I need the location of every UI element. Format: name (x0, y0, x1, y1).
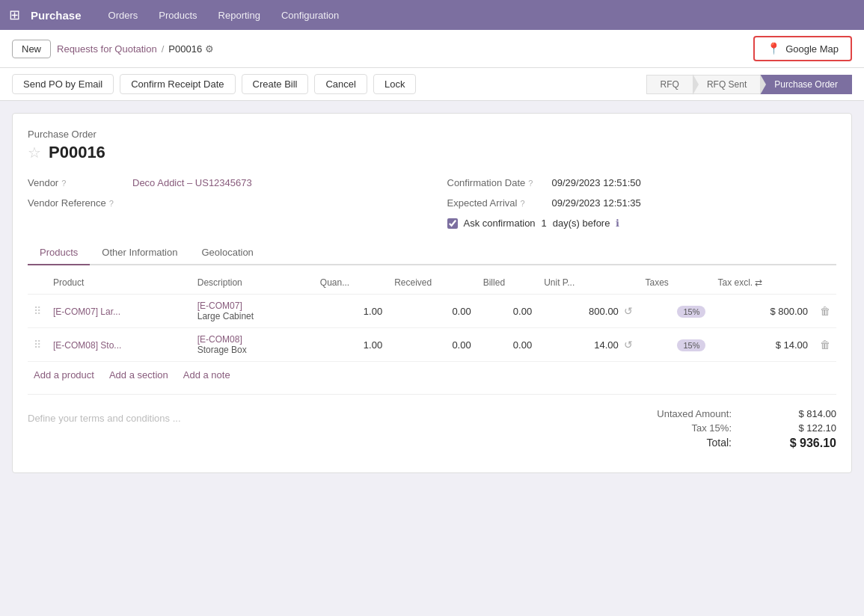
tab-products[interactable]: Products (28, 241, 90, 265)
conf-date-help-icon[interactable]: ? (528, 179, 533, 188)
add-product-link[interactable]: Add a product (34, 369, 94, 381)
po-header: ☆ P00016 (28, 143, 836, 162)
vendor-help-icon[interactable]: ? (61, 179, 66, 188)
expected-arrival-help-icon[interactable]: ? (520, 199, 524, 208)
confirmation-date-value: 09/29/2023 12:51:50 (552, 177, 641, 188)
status-rfq[interactable]: RFQ (646, 75, 693, 94)
google-map-label: Google Map (785, 43, 839, 55)
breadcrumb-parent[interactable]: Requests for Quotation (57, 43, 157, 55)
taxes-1[interactable]: 15% (639, 295, 711, 328)
desc-line2-2: Storage Box (197, 345, 308, 355)
col-drag (28, 271, 47, 295)
col-tax-excl-header[interactable]: Tax excl. ⇄ (711, 271, 814, 295)
new-button[interactable]: New (12, 40, 51, 58)
ask-confirmation-label: Ask confirmation (464, 218, 536, 229)
tax-excl-1: $ 800.00 (711, 295, 814, 328)
drag-handle[interactable]: ⠿ (34, 305, 41, 317)
totals-section: Untaxed Amount: $ 814.00 Tax 15%: $ 122.… (627, 407, 836, 452)
product-name-1[interactable]: [E-COM07] Lar... (53, 307, 120, 317)
vendor-ref-label: Vendor Reference ? (28, 197, 132, 209)
col-delete (814, 271, 836, 295)
cancel-button[interactable]: Cancel (314, 74, 367, 94)
action-buttons: Send PO by Email Confirm Receipt Date Cr… (12, 74, 416, 94)
confirmation-date-label: Confirmation Date ? (447, 177, 552, 188)
unit-price-1[interactable]: 800.00 ↺ (538, 295, 639, 328)
settings-icon[interactable]: ⚙ (205, 43, 214, 55)
terms-placeholder: Define your terms and conditions ... (28, 413, 181, 424)
desc-line2-1: Large Cabinet (197, 311, 308, 321)
drag-handle[interactable]: ⠿ (34, 339, 41, 351)
send-po-button[interactable]: Send PO by Email (12, 74, 114, 94)
breadcrumb-left: New Requests for Quotation / P00016 ⚙ (12, 40, 214, 58)
tax-label: Tax 15%: (692, 422, 732, 434)
quantity-2[interactable]: 1.00 (314, 328, 388, 362)
confirmation-date-row: Confirmation Date ? 09/29/2023 12:51:50 (447, 177, 837, 188)
google-map-button[interactable]: 📍 Google Map (753, 36, 852, 61)
nav-configuration[interactable]: Configuration (272, 4, 348, 27)
col-product-header: Product (47, 271, 192, 295)
nav-orders[interactable]: Orders (99, 4, 147, 27)
breadcrumb-bar: New Requests for Quotation / P00016 ⚙ 📍 … (0, 30, 864, 68)
untaxed-amount-row: Untaxed Amount: $ 814.00 (627, 407, 836, 421)
col-received-header: Received (388, 271, 477, 295)
ask-confirmation-checkbox[interactable] (447, 218, 458, 229)
add-section-link[interactable]: Add a section (109, 369, 168, 381)
ask-confirmation-days: 1 (542, 218, 547, 229)
untaxed-label: Untaxed Amount: (657, 408, 732, 419)
status-rfq-sent[interactable]: RFQ Sent (693, 75, 761, 94)
unit-price-2[interactable]: 14.00 ↺ (538, 328, 639, 362)
days-before-label: day(s) before (553, 218, 610, 229)
billed-1: 0.00 (477, 295, 538, 328)
nav-products[interactable]: Products (150, 4, 206, 27)
bottom-section: Define your terms and conditions ... Unt… (28, 401, 836, 458)
confirm-receipt-button[interactable]: Confirm Receipt Date (120, 74, 235, 94)
tab-geolocation[interactable]: Geolocation (189, 241, 265, 265)
taxes-2[interactable]: 15% (639, 328, 711, 362)
form-fields: Vendor ? Deco Addict – US12345673 Vendor… (28, 177, 836, 229)
col-billed-header: Billed (477, 271, 538, 295)
add-note-link[interactable]: Add a note (183, 369, 230, 381)
po-number: P00016 (49, 143, 105, 162)
favorite-icon[interactable]: ☆ (28, 144, 41, 161)
create-bill-button[interactable]: Create Bill (242, 74, 309, 94)
tax-badge-2: 15% (677, 339, 705, 351)
vendor-ref-help-icon[interactable]: ? (109, 199, 114, 208)
desc-line1-1: [E-COM07] (197, 301, 308, 311)
vendor-row: Vendor ? Deco Addict – US12345673 (28, 177, 417, 188)
tax-row: Tax 15%: $ 122.10 (627, 421, 836, 435)
total-row: Total: $ 936.10 (627, 435, 836, 452)
col-settings-icon[interactable]: ⇄ (755, 277, 762, 288)
billed-2: 0.00 (477, 328, 538, 362)
expected-arrival-value: 09/29/2023 12:51:35 (552, 197, 641, 209)
col-description-header: Description (192, 271, 314, 295)
untaxed-value: $ 814.00 (776, 408, 836, 419)
main-content: Purchase Order ☆ P00016 Vendor ? Deco Ad… (12, 113, 852, 473)
divider (28, 394, 836, 395)
quantity-1[interactable]: 1.00 (314, 295, 388, 328)
product-name-2[interactable]: [E-COM08] Sto... (53, 340, 121, 351)
add-links: Add a product Add a section Add a note (28, 362, 836, 388)
action-bar: Send PO by Email Confirm Receipt Date Cr… (0, 68, 864, 101)
breadcrumb-separator: / (162, 43, 165, 55)
apps-icon[interactable]: ⊞ (9, 7, 20, 23)
nav-reporting[interactable]: Reporting (209, 4, 269, 27)
delete-row-1[interactable]: 🗑 (820, 305, 830, 317)
total-label: Total: (707, 437, 732, 450)
reset-price-icon-2[interactable]: ↺ (624, 339, 633, 351)
lock-button[interactable]: Lock (373, 74, 416, 94)
terms-section[interactable]: Define your terms and conditions ... (28, 413, 627, 424)
delete-row-2[interactable]: 🗑 (820, 339, 830, 351)
top-nav: ⊞ Purchase Orders Products Reporting Con… (0, 0, 864, 30)
tab-other-information[interactable]: Other Information (90, 241, 189, 265)
reset-price-icon-1[interactable]: ↺ (624, 305, 633, 317)
tabs: Products Other Information Geolocation (28, 241, 836, 265)
table-row: ⠿ [E-COM07] Lar... [E-COM07] Large Cabin… (28, 295, 836, 328)
app-name[interactable]: Purchase (31, 9, 82, 22)
map-pin-icon: 📍 (767, 42, 781, 55)
ask-conf-info-icon[interactable]: ℹ (616, 218, 619, 229)
vendor-value[interactable]: Deco Addict – US12345673 (132, 177, 252, 188)
vendor-ref-row: Vendor Reference ? (28, 197, 417, 209)
desc-line1-2: [E-COM08] (197, 334, 308, 345)
expected-arrival-row: Expected Arrival ? 09/29/2023 12:51:35 (447, 197, 837, 209)
status-purchase-order[interactable]: Purchase Order (760, 75, 852, 94)
